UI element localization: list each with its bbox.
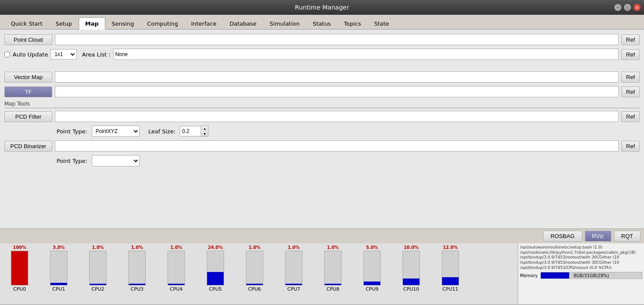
area-list-input[interactable] [113,49,619,60]
window-title: Runtime Manager [295,4,349,11]
cpu-usage-text: 100% [13,245,27,250]
cpu-usage-text: 1.0% [327,245,339,250]
tab-map[interactable]: Map [79,17,105,30]
tab-status[interactable]: Status [306,17,337,30]
point-cloud-button[interactable]: Point Cloud [4,34,52,45]
grid-select[interactable]: 1x1 3x3 5x5 [50,49,77,60]
memory-label: Memory [520,273,538,278]
cpu-bar-container [207,251,224,285]
cpu-usage-text: 1.0% [288,245,300,250]
cpu-bar-container [363,251,381,285]
leaf-size-label: Leaf Size: [148,128,176,135]
pcd-filter-input[interactable] [55,111,619,122]
bottom-bar: ROSBAG RViz RQT 100%CPU03.0%CPU11.0%CPU2… [0,229,644,304]
cpu-item-cpu4: 1.0%CPU4 [157,245,196,302]
cpu-usage-text: 1.0% [92,245,104,250]
leaf-size-input[interactable] [180,126,201,136]
tab-state[interactable]: State [368,17,396,30]
tab-simulation[interactable]: Simulation [263,17,306,30]
cpu-item-cpu5: 24.0%CPU5 [196,245,235,302]
pcd-binarizer-point-type-select[interactable]: PointXYZ [92,155,140,166]
map-tools-section: Map Tools PCD Filter Ref Point Type: Poi… [4,101,640,166]
cpu-label: CPU0 [13,286,26,292]
map-tools-label: Map Tools [4,101,640,108]
point-cloud-ref-button[interactable]: Ref [621,34,640,45]
rqt-button[interactable]: RQT [614,231,641,242]
pcd-binarizer-ref-button[interactable]: Ref [621,141,640,152]
tf-row: TF /home/autoware/shared_dir/data/tf/tf.… [4,86,640,97]
cpu-bar [364,282,380,285]
cpu-label: CPU2 [91,286,104,292]
point-type-label: Point Type: [57,128,87,135]
cpu-bar [442,277,459,285]
cpu-bar [90,284,106,285]
cpu-usage-text: 24.0% [208,245,223,250]
cpu-item-cpu1: 3.0%CPU1 [39,245,78,302]
pcd-filter-ref-button[interactable]: Ref [621,111,640,122]
cpu-bar-container [11,251,28,285]
memory-text: 8GB/31GB(28%) [574,272,609,279]
cpu-bar [11,251,28,285]
tf-button[interactable]: TF [4,86,52,97]
spinner-buttons: ▲ ▼ [201,126,208,137]
tab-quick-start[interactable]: Quick Start [4,17,49,30]
tf-input[interactable]: /home/autoware/shared_dir/data/tf/tf.lau… [55,86,619,97]
memory-row: Memory 8GB/31GB(28%) [520,272,642,279]
vector-map-ref-button[interactable]: Ref [621,72,640,83]
pcd-binarizer-row: PCD Binarizer Ref [4,140,640,152]
cpu-graphs: 100%CPU03.0%CPU11.0%CPU21.0%CPU31.0%CPU4… [0,243,518,304]
pcd-binarizer-input[interactable] [55,140,619,152]
vector-map-row: Vector Map Ref [4,71,640,83]
cpu-item-cpu3: 1.0%CPU3 [117,245,157,302]
cpu-usage-text: 12.0% [443,245,458,250]
title-bar: Runtime Manager ─ □ ✕ [0,0,644,15]
auto-update-ref-button[interactable]: Ref [621,49,640,60]
spinner-down[interactable]: ▼ [201,131,208,136]
cpu-item-cpu9: 5.0%CPU9 [352,245,392,302]
cpu-label: CPU10 [403,286,419,292]
tab-interface[interactable]: Interface [184,17,223,30]
cpu-bar [50,283,67,285]
auto-update-checkbox[interactable] [4,52,10,57]
cpu-bar [168,284,184,285]
rviz-button[interactable]: RViz [585,231,611,242]
cpu-bar-container [442,251,459,285]
vector-map-button[interactable]: Vector Map [4,72,52,83]
close-button[interactable]: ✕ [634,4,641,11]
maximize-button[interactable]: □ [624,4,631,11]
memory-bar-container: 8GB/31GB(28%) [540,272,642,279]
cpu-item-cpu0: 100%CPU0 [0,245,39,302]
tab-database[interactable]: Database [223,17,263,30]
minimize-button[interactable]: ─ [614,4,621,11]
cpu-bar-container [324,251,342,285]
rosbag-button[interactable]: ROSBAG [543,231,582,242]
cpu-bar-container [128,251,146,285]
tab-setup[interactable]: Setup [49,17,79,30]
leaf-size-spinner: ▲ ▼ [180,126,208,137]
tab-topics[interactable]: Topics [337,17,367,30]
tf-ref-button[interactable]: Ref [621,86,640,97]
pcd-filter-button[interactable]: PCD Filter [4,111,52,122]
tab-computing[interactable]: Computing [141,17,184,30]
cpu-bar-container [168,251,185,285]
vector-map-input[interactable] [55,71,619,83]
memory-bar [541,272,569,278]
cpu-item-cpu7: 1.0%CPU7 [274,245,313,302]
cpu-label: CPU3 [131,286,143,292]
cpu-bar-container [50,251,67,285]
pcd-binarizer-button[interactable]: PCD Binarizer [4,141,52,152]
area-list-label: Area List : [82,51,110,58]
log-line: /opt/bindup/3.0.9/7453/rootout/with 30CG… [520,255,642,260]
point-type-select[interactable]: PointXYZ PointXYZI PointXYZRGB [92,126,140,137]
point-cloud-input[interactable] [55,34,619,45]
cpu-label: CPU8 [326,286,339,292]
tab-sensing[interactable]: Sensing [105,17,141,30]
cpu-bar [129,284,145,285]
cpu-bar [403,278,419,285]
cpu-label: CPU5 [209,286,221,292]
log-line: /opt/ros/kinetic/lib/python2.7/dist-pack… [520,250,642,255]
cpu-item-cpu10: 10.0%CPU10 [392,245,431,302]
cpu-item-cpu2: 1.0%CPU2 [78,245,117,302]
spinner-up[interactable]: ▲ [201,126,208,131]
cpu-usage-text: 1.0% [170,245,182,250]
